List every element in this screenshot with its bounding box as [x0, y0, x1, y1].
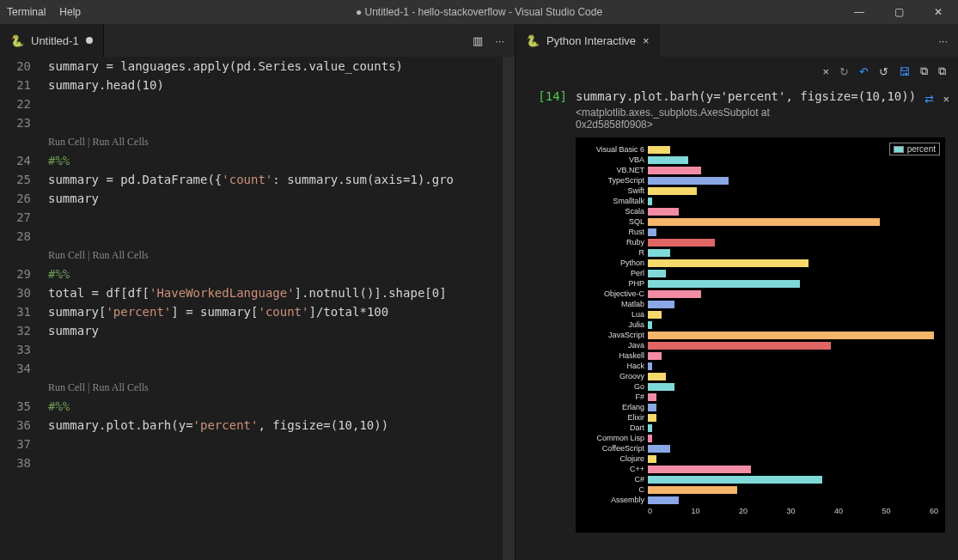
bar-row: Scala: [583, 206, 938, 216]
bar: [648, 435, 652, 442]
redo-icon[interactable]: ↻: [839, 65, 849, 78]
tab-python-interactive[interactable]: 🐍 Python Interactive ×: [516, 24, 660, 57]
editor-tabbar: 🐍 Untitled-1 ▥ ···: [0, 24, 515, 57]
expand-icon[interactable]: ⧉: [938, 64, 946, 78]
bar-row: C: [583, 484, 938, 495]
bar-label: Common Lisp: [583, 434, 648, 442]
xtick: 50: [882, 507, 890, 515]
undo-icon[interactable]: ↶: [859, 65, 869, 78]
settings-sliders-icon[interactable]: ⇄: [924, 93, 934, 106]
bar: [648, 455, 656, 463]
bar-label: Matlab: [583, 300, 648, 308]
bar-row: F#: [583, 392, 938, 402]
bar: [648, 167, 701, 174]
python-icon: 🐍: [526, 34, 540, 47]
bar-row: JavaScript: [583, 330, 938, 340]
bar: [648, 208, 679, 216]
xtick: 0: [648, 507, 652, 515]
bar-row: Lua: [583, 309, 938, 320]
menu-help[interactable]: Help: [52, 6, 88, 18]
bar: [648, 373, 666, 380]
codelens-run-cell[interactable]: Run Cell: [48, 249, 85, 261]
bar: [648, 393, 656, 401]
codelens-run-cell[interactable]: Run Cell: [48, 381, 85, 393]
bar-label: PHP: [583, 279, 648, 288]
bar-row: Rust: [583, 227, 938, 237]
editor-scrollbar[interactable]: [503, 57, 515, 560]
bar: [648, 352, 662, 360]
split-editor-icon[interactable]: ▥: [473, 34, 483, 47]
bar-row: VBA: [583, 155, 938, 165]
bar-row: SQL: [583, 216, 938, 227]
bar-label: Clojure: [583, 454, 648, 463]
bar-label: VB.NET: [583, 166, 648, 174]
titlebar: Terminal Help ● Untitled-1 - hello-stack…: [0, 0, 958, 24]
bar-row: Go: [583, 381, 938, 392]
bar-label: Visual Basic 6: [583, 145, 648, 154]
bar-label: Objective-C: [583, 289, 648, 298]
close-tab-icon[interactable]: ×: [643, 34, 650, 47]
bar-row: C#: [583, 474, 938, 484]
bar-row: Hack: [583, 361, 938, 371]
bar-row: Python: [583, 258, 938, 268]
bar: [648, 146, 670, 154]
bar-label: Java: [583, 341, 648, 350]
more-actions-icon[interactable]: ···: [495, 34, 504, 47]
bar: [648, 342, 831, 350]
close-button[interactable]: ✕: [918, 0, 958, 24]
bar-label: Haskell: [583, 351, 648, 360]
restart-icon[interactable]: ↺: [879, 65, 888, 78]
bar-label: Perl: [583, 269, 648, 277]
bar-row: Java: [583, 340, 938, 350]
bar: [648, 332, 934, 339]
xtick: 10: [691, 507, 699, 515]
bar-row: Matlab: [583, 299, 938, 309]
codelens-run-cell[interactable]: Run Cell: [48, 136, 85, 148]
bar: [648, 218, 880, 226]
clear-icon[interactable]: ×: [822, 65, 829, 78]
bar-label: R: [583, 248, 648, 257]
bar-row: Swift: [583, 186, 938, 196]
bar: [648, 228, 656, 236]
bar-label: Swift: [583, 186, 648, 195]
codelens-run-all[interactable]: Run All Cells: [92, 249, 148, 261]
dirty-indicator-icon: [86, 37, 93, 44]
maximize-button[interactable]: ▢: [879, 0, 918, 24]
bar: [648, 466, 751, 473]
bar-label: JavaScript: [583, 331, 648, 339]
bar-row: Assembly: [583, 495, 938, 505]
bar-row: PHP: [583, 278, 938, 289]
bar-label: Julia: [583, 320, 648, 329]
bar-label: Groovy: [583, 372, 648, 380]
bar: [648, 270, 666, 277]
bar: [648, 496, 679, 504]
codelens-run-all[interactable]: Run All Cells: [92, 136, 148, 148]
bar-label: CoffeeScript: [583, 444, 648, 453]
bar-label: Python: [583, 259, 648, 267]
editor-tab-untitled[interactable]: 🐍 Untitled-1: [0, 24, 104, 57]
menu-terminal[interactable]: Terminal: [0, 6, 52, 18]
bar-label: Elixir: [583, 413, 648, 422]
cell-counter: [14]: [516, 89, 567, 103]
codelens-run-all[interactable]: Run All Cells: [92, 381, 148, 393]
xtick: 40: [834, 507, 843, 515]
python-file-icon: 🐍: [10, 34, 24, 47]
cell-close-icon[interactable]: ×: [943, 93, 949, 106]
bar: [648, 362, 652, 370]
xtick: 20: [739, 507, 747, 515]
minimize-button[interactable]: —: [839, 0, 879, 24]
copy-icon[interactable]: ⧉: [920, 64, 928, 78]
more-actions-icon[interactable]: ···: [938, 34, 948, 47]
bar-row: Erlang: [583, 402, 938, 412]
save-icon[interactable]: 🖫: [899, 65, 910, 78]
bar: [648, 259, 809, 267]
cell-output: <matplotlib.axes._subplots.AxesSubplot a…: [516, 107, 958, 131]
bar: [648, 486, 737, 494]
xtick: 30: [786, 507, 795, 515]
bar: [648, 476, 822, 484]
bar: [648, 321, 652, 329]
code-editor[interactable]: 20 21 22 23 24 25 26 27 28 29 30 31 32 3…: [0, 57, 515, 560]
bar: [648, 404, 656, 411]
bar-label: VBA: [583, 155, 648, 164]
bar-label: Scala: [583, 207, 648, 216]
